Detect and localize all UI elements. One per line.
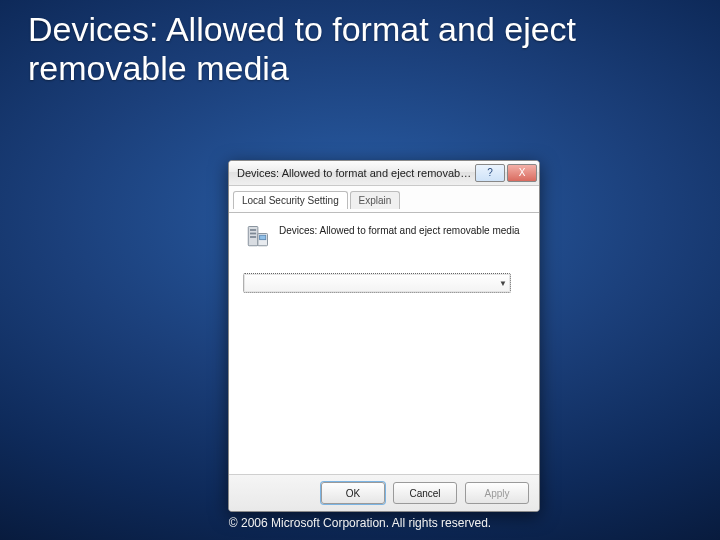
titlebar-text: Devices: Allowed to format and eject rem… <box>237 167 473 179</box>
svg-rect-3 <box>250 236 256 238</box>
tab-local-security-setting[interactable]: Local Security Setting <box>233 191 348 209</box>
dialog-body: Devices: Allowed to format and eject rem… <box>229 213 539 475</box>
server-icon <box>243 223 271 251</box>
properties-dialog: Devices: Allowed to format and eject rem… <box>228 160 540 512</box>
policy-label: Devices: Allowed to format and eject rem… <box>279 223 520 236</box>
close-button[interactable]: X <box>507 164 537 182</box>
button-bar: OK Cancel Apply <box>229 474 539 511</box>
cancel-button[interactable]: Cancel <box>393 482 457 504</box>
svg-rect-5 <box>260 235 266 239</box>
help-button[interactable]: ? <box>475 164 505 182</box>
apply-button[interactable]: Apply <box>465 482 529 504</box>
chevron-down-icon: ▼ <box>499 279 507 288</box>
ok-button[interactable]: OK <box>321 482 385 504</box>
help-icon: ? <box>487 168 493 178</box>
value-dropdown[interactable]: ▼ <box>243 273 511 293</box>
policy-row: Devices: Allowed to format and eject rem… <box>243 223 525 251</box>
svg-rect-2 <box>250 233 256 235</box>
tab-strip: Local Security Setting Explain <box>229 190 539 213</box>
copyright-text: © 2006 Microsoft Corporation. All rights… <box>0 516 720 530</box>
window-buttons: ? X <box>473 164 537 182</box>
tab-explain[interactable]: Explain <box>350 191 401 209</box>
slide-heading: Devices: Allowed to format and eject rem… <box>28 10 692 88</box>
svg-rect-1 <box>250 229 256 231</box>
titlebar[interactable]: Devices: Allowed to format and eject rem… <box>229 161 539 186</box>
slide-background: Devices: Allowed to format and eject rem… <box>0 0 720 540</box>
close-icon: X <box>519 168 526 178</box>
